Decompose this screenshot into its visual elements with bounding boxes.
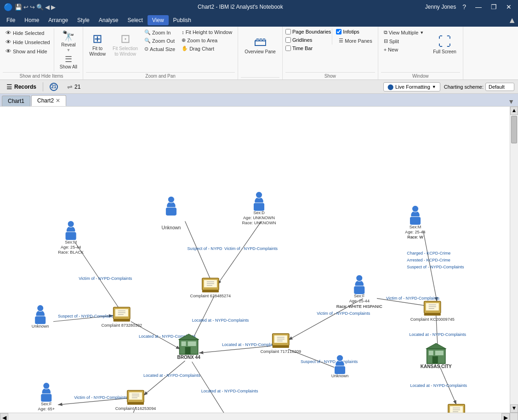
scheme-select[interactable]: Default — [485, 83, 514, 91]
tab-chart2[interactable]: Chart2 ✕ — [31, 95, 66, 106]
view-multiple-btn[interactable]: ⧉ View Multiple ▼ — [381, 28, 427, 36]
node-p5[interactable]: Unknown — [32, 305, 49, 329]
infotips-check[interactable] — [336, 29, 342, 34]
scroll-track-v — [510, 115, 518, 404]
node-c5[interactable]: Complaint 516253094 — [115, 391, 156, 411]
charting-scheme: Charting scheme: Default — [444, 83, 514, 91]
zoom-in-btn[interactable]: 🔍 Zoom In — [142, 28, 178, 36]
scroll-thumb-v[interactable] — [511, 116, 517, 143]
svg-text:Complaint KC20009745: Complaint KC20009745 — [410, 317, 455, 322]
hide-selected-btn[interactable]: 👁 Hide Selected — [3, 28, 53, 37]
gridlines-check[interactable] — [285, 37, 291, 43]
new-window-btn[interactable]: + New — [381, 46, 427, 53]
ribbon-collapse-btn[interactable]: ▲ — [508, 16, 516, 25]
edge-l1-c5 — [143, 361, 185, 395]
scroll-track-h — [8, 413, 501, 420]
scroll-left-btn[interactable]: ◀ — [0, 413, 8, 420]
menu-home[interactable]: Home — [20, 15, 44, 25]
hide-unselected-icon: 👁 — [6, 39, 11, 45]
search-icon[interactable]: 🔍 — [36, 4, 44, 11]
menu-select[interactable]: Select — [123, 15, 147, 25]
reveal-btn[interactable]: 🔭 Reveal ▼ — [58, 28, 79, 54]
node-p2[interactable]: Sex:D Age: UNKNOWN Race: UNKNOWN — [242, 192, 276, 225]
svg-text:Complaint 873280392: Complaint 873280392 — [101, 323, 142, 328]
svg-point-8 — [256, 192, 262, 198]
ribbon-group-show-hide: 👁 Hide Selected 👁 Hide Unselected 👁 Show… — [0, 27, 83, 79]
svg-rect-5 — [165, 207, 176, 216]
svg-text:Sex:M: Sex:M — [65, 240, 77, 244]
menu-view[interactable]: View — [148, 15, 169, 25]
titlebar-title: Chart2 - IBM i2 Analyst's Notebook — [56, 4, 425, 10]
menu-file[interactable]: File — [2, 15, 20, 25]
menu-analyse[interactable]: Analyse — [94, 15, 123, 25]
edge-label-p4-c4b: Arrested - KCPD-Crime — [407, 258, 450, 262]
node-p8[interactable]: Sex:F Age: 65+ Race: BLACK — [34, 383, 59, 416]
hide-unselected-btn[interactable]: 👁 Hide Unselected — [3, 38, 53, 46]
redo-icon[interactable]: ↪ — [30, 4, 35, 11]
fit-height-btn[interactable]: ↕ Fit Height to Window — [179, 28, 235, 36]
save-icon[interactable]: 💾 — [15, 4, 22, 11]
svg-rect-120 — [185, 347, 191, 354]
fwd-icon[interactable]: ▶ — [51, 4, 56, 11]
edge-label-p5-c2: Suspect of - NYPD-Complaints — [58, 314, 115, 318]
menu-publish[interactable]: Publish — [169, 15, 196, 25]
scroll-corner — [510, 413, 518, 420]
overview-pane-icon: 🗃 — [254, 34, 267, 49]
minimize-btn[interactable]: — — [472, 2, 484, 11]
scroll-down-btn[interactable]: ▼ — [510, 404, 518, 413]
titlebar-left: 🔵 💾 ↩ ↪ 🔍 ◀ ▶ — [4, 3, 56, 11]
more-panes-btn[interactable]: ☰ More Panes — [336, 37, 375, 45]
overview-label — [241, 77, 279, 79]
live-formatting-btn[interactable]: ⬤ Live Formatting ▼ — [383, 82, 440, 91]
split-btn[interactable]: ⊟ Split — [381, 37, 427, 45]
dropdown-icon: ▼ — [432, 85, 436, 89]
svg-text:Race: W: Race: W — [407, 235, 423, 239]
menu-style[interactable]: Style — [73, 15, 94, 25]
edge-label-p4-c4a: Charged - KCPD-Crime — [407, 251, 450, 255]
fit-to-window-btn[interactable]: ⊞ Fit toWindow — [86, 28, 109, 60]
node-l2[interactable]: KANSAS CITY — [421, 343, 452, 369]
show-all-btn[interactable]: ☰ Show All — [57, 54, 80, 71]
show-and-hide-btn[interactable]: 👁 Show and Hide — [3, 47, 53, 56]
edge-label-p6-c4: Victim of - NYPD-Complaints — [386, 296, 439, 301]
tab-bar: Chart1 Chart2 ✕ ▼ — [0, 94, 518, 107]
drag-chart-btn[interactable]: ✋ Drag Chart — [179, 45, 235, 52]
tab-scroll-btn[interactable]: ▼ — [506, 97, 516, 106]
svg-text:Race: UNKNOWN: Race: UNKNOWN — [242, 221, 276, 226]
help-icon[interactable]: ? — [460, 2, 469, 11]
actual-size-btn[interactable]: ⊙ Actual Size — [142, 45, 178, 53]
tab-chart2-close[interactable]: ✕ — [56, 97, 60, 104]
svg-rect-37 — [334, 366, 345, 374]
zoom-pan-label: Zoom and Pan — [86, 72, 235, 79]
scroll-up-btn[interactable]: ▲ — [510, 107, 518, 115]
node-p4[interactable]: Sex:M Age: 25-44 Race: W — [405, 205, 425, 239]
titlebar-quick-access: 💾 ↩ ↪ 🔍 ◀ ▶ — [15, 4, 56, 11]
zoom-to-area-btn[interactable]: ⊕ Zoom to Area — [179, 36, 235, 44]
svg-text:Complaint 717116209: Complaint 717116209 — [261, 349, 302, 354]
svg-point-30 — [356, 275, 363, 281]
node-c1[interactable]: Complaint 628485274 — [190, 278, 231, 298]
node-p1[interactable]: Unknown — [161, 196, 181, 230]
edge-label-p4-c4c: Suspect of - NYPD-Complaints — [407, 265, 464, 269]
scroll-right-btn[interactable]: ▶ — [501, 413, 510, 420]
node-p6[interactable]: Sex:F Age: 25-44 Race: WHITE HISPANIC — [336, 275, 382, 308]
restore-btn[interactable]: ❐ — [488, 2, 500, 11]
chart-scroll-vertical: ▲ ▼ — [510, 107, 518, 413]
svg-point-14 — [68, 221, 74, 227]
node-p7[interactable]: Unknown — [331, 355, 349, 378]
full-screen-btn[interactable]: ⛶ Full Screen — [429, 28, 460, 60]
close-btn[interactable]: ✕ — [503, 2, 514, 11]
time-bar-check[interactable] — [285, 45, 291, 51]
undo-icon[interactable]: ↩ — [23, 4, 28, 11]
show-all-icon: ☰ — [65, 54, 72, 64]
back-icon[interactable]: ◀ — [45, 4, 50, 11]
overview-pane-btn[interactable]: 🗃 Overview Pane — [241, 28, 279, 60]
zoom-out-btn[interactable]: 🔍 Zoom Out — [142, 37, 178, 45]
edge-label-c3-l1: Located at - NYPD-Complaints — [222, 342, 279, 347]
records-btn[interactable]: ☰ Records — [4, 82, 39, 91]
menu-arrange[interactable]: Arrange — [44, 15, 73, 25]
tab-chart1[interactable]: Chart1 — [2, 96, 30, 106]
page-boundaries-check[interactable] — [285, 29, 291, 34]
fit-selection-btn[interactable]: ⊡ Fit Selectionto Window — [110, 28, 141, 60]
app-icon: 🔵 — [4, 3, 13, 11]
